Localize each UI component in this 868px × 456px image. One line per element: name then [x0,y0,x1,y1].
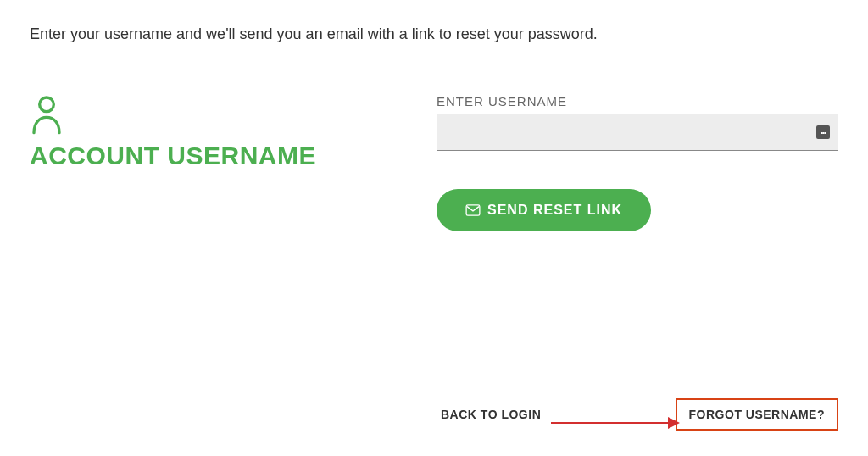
forgot-username-link[interactable]: FORGOT USERNAME? [689,408,825,421]
bottom-links: BACK TO LOGIN FORGOT USERNAME? [441,398,838,431]
form-container: ACCOUNT USERNAME ENTER USERNAME SEND RES… [30,94,838,231]
person-icon [30,94,64,135]
username-input[interactable] [437,114,838,151]
password-keychain-icon[interactable] [816,125,830,139]
username-input-wrap [437,114,838,151]
envelope-icon [465,204,481,216]
svg-rect-1 [466,205,480,215]
right-column: ENTER USERNAME SEND RESET LINK [437,94,838,231]
annotation-arrow [551,422,678,424]
svg-point-0 [40,97,54,112]
send-reset-link-label: SEND RESET LINK [487,203,622,218]
left-column: ACCOUNT USERNAME [30,94,403,231]
send-reset-link-button[interactable]: SEND RESET LINK [437,189,651,231]
back-to-login-link[interactable]: BACK TO LOGIN [441,408,541,421]
forgot-username-highlight: FORGOT USERNAME? [676,398,838,431]
username-label: ENTER USERNAME [437,94,838,108]
section-title: ACCOUNT USERNAME [30,142,403,170]
instruction-text: Enter your username and we'll send you a… [30,25,838,43]
